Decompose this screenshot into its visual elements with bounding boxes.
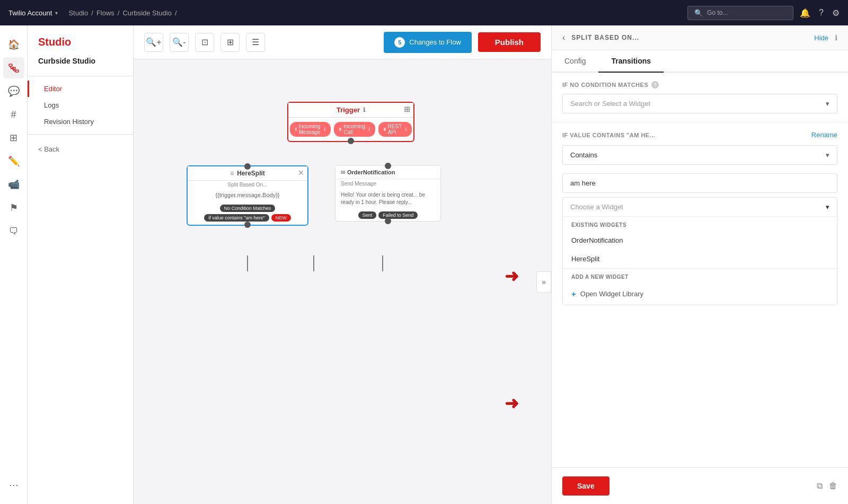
contains-value: Contains bbox=[570, 151, 597, 159]
grid-button[interactable]: ⊞ bbox=[220, 33, 240, 52]
svg-rect-0 bbox=[9, 64, 12, 66]
here-split-node[interactable]: ✕ ≡ HereSplit Split Based On... {{trigge… bbox=[187, 165, 308, 226]
trigger-node[interactable]: Trigger ℹ ⊞ Incoming Message ℹ Incoming … bbox=[287, 102, 414, 142]
flow-name: Curbside Studio bbox=[28, 57, 133, 72]
save-button[interactable]: Save bbox=[562, 476, 610, 496]
sidebar-icon-more[interactable]: ⋯ bbox=[3, 474, 24, 496]
arrow-indicator-1: ➜ bbox=[505, 266, 519, 286]
panel-footer: Save ⧉ 🗑 bbox=[552, 467, 848, 504]
fit-button[interactable]: ⊡ bbox=[195, 33, 214, 52]
breadcrumb-curbside[interactable]: Curbside Studio bbox=[122, 9, 172, 17]
existing-widgets-label: EXISTING WIDGETS bbox=[563, 217, 837, 231]
widget-dropdown-trigger[interactable]: Choose a Widget ▾ bbox=[563, 198, 837, 217]
settings-icon[interactable]: ⚙ bbox=[832, 8, 840, 18]
sidebar-icon-flag[interactable]: ⚑ bbox=[3, 197, 24, 218]
global-search[interactable]: 🔍 Go to... bbox=[687, 6, 793, 20]
brand[interactable]: Twilio Account ▾ bbox=[8, 9, 58, 17]
contains-arrow: ▾ bbox=[826, 151, 829, 159]
sidebar-item-revision-history[interactable]: Revision History bbox=[28, 113, 133, 130]
widget-item-here-split[interactable]: HereSplit bbox=[563, 250, 837, 268]
changes-count: 5 bbox=[394, 37, 405, 48]
svg-rect-2 bbox=[15, 70, 19, 72]
widget-arrow: ▾ bbox=[826, 203, 829, 211]
condition-label: IF VALUE CONTAINS "AM HE... bbox=[562, 132, 655, 138]
plus-icon: + bbox=[571, 289, 576, 298]
zoom-in-button[interactable]: 🔍+ bbox=[144, 33, 163, 52]
here-split-label: HereSplit bbox=[237, 170, 265, 177]
studio-title: Studio bbox=[28, 36, 133, 57]
pill-am-here: if value contains "am here" bbox=[204, 214, 269, 222]
sidebar-icon-table[interactable]: ⊞ bbox=[3, 127, 24, 148]
sidebar-icon-flow[interactable] bbox=[3, 57, 24, 78]
order-label: OrderNotification bbox=[347, 169, 395, 175]
here-split-connector-top bbox=[244, 163, 251, 170]
search-placeholder: Go to... bbox=[707, 9, 728, 16]
publish-button[interactable]: Publish bbox=[478, 32, 541, 52]
open-widget-library-button[interactable]: + Open Widget Library bbox=[563, 283, 837, 305]
help-icon[interactable]: ? bbox=[819, 8, 824, 17]
rename-link[interactable]: Rename bbox=[811, 131, 837, 139]
condition-text-input[interactable] bbox=[562, 173, 837, 193]
condition-header: IF VALUE CONTAINS "AM HE... Rename bbox=[562, 131, 837, 139]
trigger-help: ℹ bbox=[363, 107, 365, 113]
tab-transitions[interactable]: Transitions bbox=[598, 50, 664, 73]
footer-actions: ⧉ 🗑 bbox=[817, 481, 837, 491]
add-widget-section: ADD A NEW WIDGET + Open Widget Library bbox=[563, 268, 837, 305]
sidebar-icon-video[interactable]: 📹 bbox=[3, 174, 24, 195]
no-condition-label: IF NO CONDITION MATCHES ? bbox=[562, 81, 837, 89]
trigger-connector-bottom bbox=[348, 138, 354, 144]
here-split-body: {{trigger.message.Body}} bbox=[188, 189, 307, 201]
here-split-close[interactable]: ✕ bbox=[298, 169, 304, 177]
trigger-label: Trigger bbox=[337, 106, 360, 114]
brand-caret: ▾ bbox=[55, 10, 58, 16]
contains-dropdown[interactable]: Contains ▾ bbox=[562, 145, 837, 165]
icon-sidebar: 🏠 💬 # ⊞ ✏️ 📹 ⚑ 🗨 ⋯ bbox=[0, 25, 28, 504]
order-body: Hello! Your order is being creat... be r… bbox=[335, 188, 440, 209]
trigger-pill-incoming-call: Incoming Call ℹ bbox=[334, 122, 375, 137]
panel-help-icon: ℹ bbox=[835, 33, 837, 42]
sidebar-icon-chat[interactable]: 💬 bbox=[3, 81, 24, 102]
widget-placeholder: Choose a Widget bbox=[570, 203, 623, 211]
flow-canvas[interactable]: Trigger ℹ ⊞ Incoming Message ℹ Incoming … bbox=[134, 59, 551, 504]
trigger-close[interactable]: ⊞ bbox=[404, 105, 410, 113]
canvas-area: 🔍+ 🔍- ⊡ ⊞ ☰ 5 Changes to Flow Publish bbox=[134, 25, 551, 504]
panel-tabs: Config Transitions bbox=[552, 50, 848, 73]
breadcrumb-studio[interactable]: Studio bbox=[68, 9, 88, 17]
top-nav: Twilio Account ▾ Studio / Flows / Curbsi… bbox=[0, 0, 848, 25]
no-condition-placeholder: Search or Select a Widget bbox=[570, 100, 650, 108]
expand-panel-button[interactable]: » bbox=[536, 271, 551, 293]
changes-button[interactable]: 5 Changes to Flow bbox=[384, 32, 472, 53]
table-button[interactable]: ☰ bbox=[246, 33, 265, 52]
zoom-out-button[interactable]: 🔍- bbox=[170, 33, 189, 52]
pill-no-condition: No Condition Matches bbox=[220, 205, 276, 212]
sidebar-icon-hash[interactable]: # bbox=[3, 104, 24, 125]
widget-dropdown: Choose a Widget ▾ EXISTING WIDGETS Order… bbox=[562, 197, 837, 305]
sidebar-item-logs[interactable]: Logs bbox=[28, 97, 133, 113]
sidebar-icon-pen[interactable]: ✏️ bbox=[3, 151, 24, 172]
sidebar-icon-home[interactable]: 🏠 bbox=[3, 34, 24, 55]
no-condition-arrow: ▾ bbox=[826, 100, 829, 108]
order-connector-top bbox=[385, 163, 391, 169]
breadcrumb-flows[interactable]: Flows bbox=[96, 9, 114, 17]
breadcrumb: Studio / Flows / Curbside Studio / bbox=[68, 9, 176, 17]
sidebar-item-editor[interactable]: Editor bbox=[28, 81, 133, 97]
back-link[interactable]: < Back bbox=[28, 139, 133, 160]
main-layout: 🏠 💬 # ⊞ ✏️ 📹 ⚑ 🗨 ⋯ Studio Curbside Studi… bbox=[0, 25, 848, 504]
sidebar-icon-chat2[interactable]: 🗨 bbox=[3, 220, 24, 242]
no-condition-help: ? bbox=[651, 81, 659, 89]
here-split-sub: Split Based On... bbox=[188, 181, 307, 189]
tab-config[interactable]: Config bbox=[552, 50, 598, 73]
panel-back-chevron[interactable]: ‹ bbox=[562, 33, 565, 42]
hide-link[interactable]: Hide bbox=[814, 34, 828, 42]
order-notification-node[interactable]: ✉ OrderNotification Send Message Hello! … bbox=[335, 165, 441, 222]
delete-icon[interactable]: 🗑 bbox=[829, 481, 837, 491]
trigger-header: Trigger ℹ ⊞ bbox=[288, 103, 413, 118]
copy-icon[interactable]: ⧉ bbox=[817, 481, 823, 491]
widget-item-order-notification[interactable]: OrderNotification bbox=[563, 231, 837, 250]
no-condition-dropdown[interactable]: Search or Select a Widget ▾ bbox=[562, 94, 837, 113]
trigger-pill-rest-api: REST API ℹ bbox=[378, 122, 412, 137]
here-split-connector-bottom bbox=[244, 222, 251, 228]
bell-icon[interactable]: 🔔 bbox=[800, 8, 810, 18]
pill-sent: Sent bbox=[358, 211, 377, 219]
trigger-pill-incoming-message: Incoming Message ℹ bbox=[290, 122, 331, 137]
